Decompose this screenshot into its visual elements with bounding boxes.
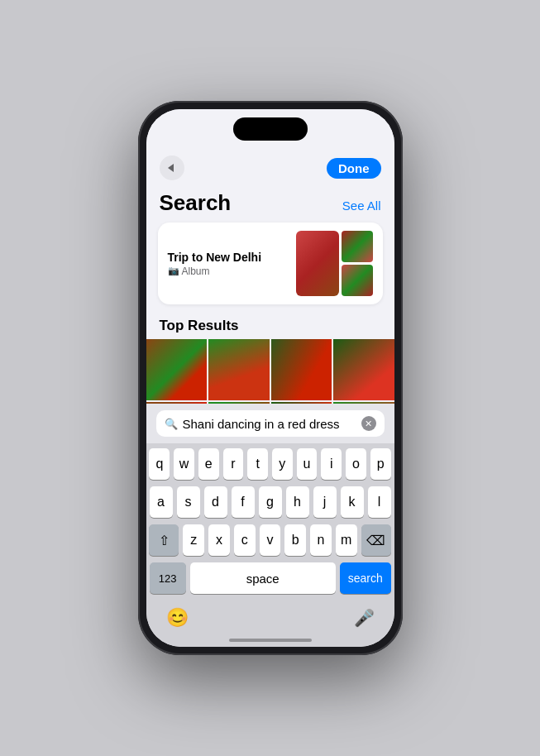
nav-bar: Done [146, 152, 394, 187]
album-info: Trip to New Delhi 📷 Album [168, 251, 262, 277]
back-icon [168, 164, 174, 172]
photo-cell-6[interactable] [208, 402, 270, 404]
key-f[interactable]: f [232, 486, 255, 518]
key-z[interactable]: z [183, 524, 204, 556]
home-bar [229, 639, 312, 642]
space-key[interactable]: space [190, 562, 336, 594]
key-n[interactable]: n [310, 524, 332, 556]
key-c[interactable]: c [234, 524, 256, 556]
photo-cell-2[interactable] [208, 339, 270, 400]
album-type-label: Album [182, 266, 210, 277]
key-r[interactable]: r [223, 448, 244, 480]
content-area: Search See All Trip to New Delhi 📷 Album [146, 187, 394, 404]
key-l[interactable]: l [368, 486, 391, 518]
dynamic-island [233, 117, 308, 141]
key-p[interactable]: p [370, 448, 391, 480]
photo-cell-1[interactable] [146, 339, 208, 400]
key-b[interactable]: b [284, 524, 306, 556]
album-thumbnails [296, 231, 373, 296]
keyboard-row-4: 123 space search [150, 562, 391, 594]
search-clear-button[interactable]: ✕ [361, 416, 376, 431]
key-u[interactable]: u [297, 448, 318, 480]
photo-cell-5[interactable] [146, 402, 208, 404]
keyboard-row-3: ⇧ z x c v b n m ⌫ [150, 524, 391, 556]
page-title: Search [160, 190, 232, 216]
bottom-bar: 😊 🎤 [146, 604, 394, 635]
keyboard-row-2: a s d f g h j k l [150, 486, 391, 518]
search-header: Search See All [146, 187, 394, 222]
album-icon: 📷 [168, 266, 179, 276]
key-d[interactable]: d [204, 486, 227, 518]
key-x[interactable]: x [208, 524, 230, 556]
album-thumb-stack [342, 231, 373, 296]
album-name: Trip to New Delhi [168, 251, 262, 264]
key-g[interactable]: g [259, 486, 282, 518]
numbers-key[interactable]: 123 [150, 562, 186, 594]
search-bar-container: 🔍 Shani dancing in a red dress ✕ [146, 404, 394, 443]
key-v[interactable]: v [260, 524, 281, 556]
emoji-button[interactable]: 😊 [166, 607, 189, 629]
photo-cell-7[interactable] [271, 402, 332, 404]
search-bar[interactable]: 🔍 Shani dancing in a red dress ✕ [156, 410, 385, 437]
key-t[interactable]: t [247, 448, 268, 480]
delete-key[interactable]: ⌫ [361, 524, 391, 556]
album-card[interactable]: Trip to New Delhi 📷 Album [158, 222, 383, 304]
key-h[interactable]: h [286, 486, 309, 518]
photo-cell-3[interactable] [271, 339, 332, 400]
key-j[interactable]: j [313, 486, 337, 518]
album-thumb-small-2 [342, 265, 373, 296]
keyboard: q w e r t y u i o p a s d f g h j k [146, 443, 394, 604]
top-results-label: Top Results [146, 314, 394, 339]
album-type: 📷 Album [168, 266, 262, 277]
search-input-text: Shani dancing in a red dress [183, 417, 356, 431]
photo-grid [146, 339, 394, 404]
shift-key[interactable]: ⇧ [149, 524, 179, 556]
search-key[interactable]: search [340, 562, 391, 594]
key-k[interactable]: k [341, 486, 364, 518]
photo-cell-4[interactable] [333, 339, 394, 400]
keyboard-row-1: q w e r t y u i o p [150, 448, 391, 480]
key-a[interactable]: a [150, 486, 173, 518]
mic-button[interactable]: 🎤 [354, 608, 375, 628]
album-thumb-small-1 [342, 231, 373, 262]
status-bar [146, 109, 394, 152]
back-button[interactable] [160, 156, 184, 180]
phone-frame: Done Search See All Trip to New Delhi 📷 … [138, 101, 403, 655]
key-w[interactable]: w [174, 448, 194, 480]
album-thumb-large [296, 231, 339, 296]
photo-cell-8[interactable] [333, 402, 394, 404]
home-indicator-area [146, 635, 394, 647]
key-i[interactable]: i [321, 448, 342, 480]
key-e[interactable]: e [198, 448, 219, 480]
key-m[interactable]: m [336, 524, 357, 556]
done-button[interactable]: Done [327, 158, 381, 179]
key-q[interactable]: q [149, 448, 170, 480]
see-all-button[interactable]: See All [342, 199, 381, 213]
key-s[interactable]: s [177, 486, 200, 518]
search-icon: 🔍 [165, 418, 178, 430]
key-o[interactable]: o [346, 448, 366, 480]
key-y[interactable]: y [272, 448, 293, 480]
phone-screen: Done Search See All Trip to New Delhi 📷 … [146, 109, 394, 647]
